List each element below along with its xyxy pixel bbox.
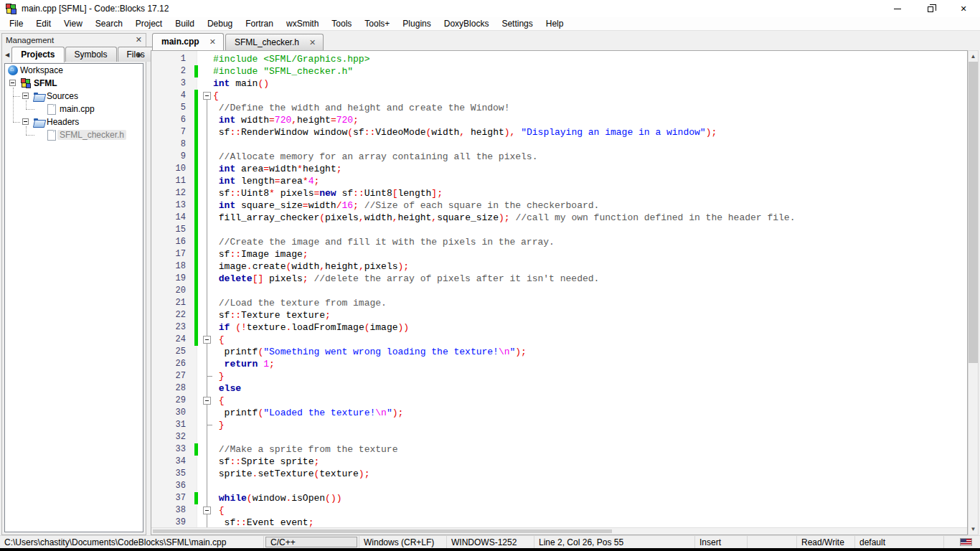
menu-project[interactable]: Project [129,17,169,31]
code-text: //Make a sprite from the texture [213,443,397,456]
scroll-up-icon[interactable]: ▲ [969,51,978,62]
management-tab-projects[interactable]: Projects [11,47,64,62]
code-line-1[interactable]: 1#include <SFML/Graphics.hpp> [151,53,967,65]
code-line-32[interactable]: 32 [151,431,967,443]
code-line-2[interactable]: 2#include "SFML_checker.h" [151,65,967,77]
collapse-icon[interactable] [9,80,16,86]
status-field-1[interactable]: C/C++ [263,536,359,548]
fold-margin [202,407,213,419]
code-line-6[interactable]: 6 int width=720,height=720; [151,114,967,126]
change-bar-margin [192,431,202,443]
line-number: 15 [151,224,192,236]
vertical-scrollbar[interactable]: ▲ ▼ [968,50,979,535]
menu-search[interactable]: Search [89,17,129,31]
fold-margin[interactable] [202,395,213,407]
code-line-8[interactable]: 8 [151,138,967,151]
code-line-26[interactable]: 26 return 1; [151,358,967,370]
minimize-button[interactable] [881,0,914,17]
tree-item-workspace[interactable]: Workspace [5,64,143,77]
code-line-11[interactable]: 11 int length=area*4; [151,175,967,187]
change-bar-green [194,334,198,346]
menu-wxsmith[interactable]: wxSmith [280,17,325,31]
code-line-22[interactable]: 22 sf::Texture texture; [151,309,967,321]
collapse-icon[interactable] [22,118,29,125]
code-line-3[interactable]: 3int main() [151,77,967,90]
code-line-20[interactable]: 20 [151,285,967,297]
hscroll-thumb[interactable] [153,529,612,533]
line-number: 23 [151,321,192,334]
code-editor[interactable]: 1#include <SFML/Graphics.hpp>2#include "… [151,50,968,535]
fold-margin[interactable] [202,90,213,102]
menu-edit[interactable]: Edit [29,17,57,31]
code-line-30[interactable]: 30 printf("Loaded the texture!\n"); [151,407,967,419]
menu-doxyblocks[interactable]: DoxyBlocks [438,17,496,31]
change-bar-green [194,175,198,187]
code-line-35[interactable]: 35 sprite.setTexture(texture); [151,468,967,480]
tab-close-icon[interactable]: ✕ [209,37,216,47]
horizontal-scrollbar[interactable] [151,527,967,534]
fold-line [207,175,207,187]
keyboard-layout-flag-icon [960,538,972,546]
code-line-29[interactable]: 29 { [151,395,967,407]
collapse-icon[interactable] [22,93,29,99]
code-line-14[interactable]: 14 fill_array_checker(pixels,width,heigh… [151,212,967,224]
menu-help[interactable]: Help [540,17,570,31]
scroll-down-icon[interactable]: ▼ [969,524,978,534]
menu-toolsplus[interactable]: Tools+ [358,17,396,31]
code-line-23[interactable]: 23 if (!texture.loadFromImage(image)) [151,321,967,334]
fold-margin [202,126,213,138]
editor-tab-sfml_checker-h[interactable]: SFML_checker.h✕ [225,34,324,50]
code-line-5[interactable]: 5 //Define the width and height and crea… [151,102,967,114]
code-line-36[interactable]: 36 [151,480,967,492]
code-line-18[interactable]: 18 image.create(width,height,pixels); [151,260,967,273]
tab-close-icon[interactable]: ✕ [309,38,316,47]
tree-item-sfml_checker-h[interactable]: SFML_checker.h [5,128,143,141]
management-close-icon[interactable]: ✕ [136,36,142,44]
tree-item-sfml[interactable]: SFML [5,77,143,90]
code-line-33[interactable]: 33 //Make a sprite from the texture [151,443,967,456]
code-line-7[interactable]: 7 sf::RenderWindow window(sf::VideoMode(… [151,126,967,138]
menu-settings[interactable]: Settings [495,17,539,31]
tree-item-sources[interactable]: Sources [5,90,143,103]
code-line-38[interactable]: 38 { [151,504,967,517]
code-line-9[interactable]: 9 //Allocate memory for an array contain… [151,151,967,163]
fold-margin[interactable] [202,504,213,517]
code-line-37[interactable]: 37 while(window.isOpen()) [151,492,967,504]
fold-margin[interactable] [202,334,213,346]
menu-tools[interactable]: Tools [325,17,358,31]
code-line-15[interactable]: 15 [151,224,967,236]
menu-fortran[interactable]: Fortran [239,17,280,31]
menu-plugins[interactable]: Plugins [396,17,437,31]
editor-tab-main-cpp[interactable]: main.cpp✕ [152,33,224,50]
vscroll-thumb[interactable] [969,62,978,363]
management-tab-symbols[interactable]: Symbols [65,47,117,62]
code-line-31[interactable]: 31 } [151,419,967,431]
code-line-19[interactable]: 19 delete[] pixels; //delete the array o… [151,273,967,285]
restore-button[interactable] [914,0,947,17]
tab-scroll-left-icon[interactable]: ◀ [4,52,11,62]
code-line-24[interactable]: 24 { [151,334,967,346]
code-line-34[interactable]: 34 sf::Sprite sprite; [151,456,967,468]
tree-item-headers[interactable]: Headers [5,116,143,128]
line-number: 12 [151,187,192,199]
code-line-13[interactable]: 13 int square_size=width/16; //Size of e… [151,199,967,212]
code-line-28[interactable]: 28 else [151,382,967,395]
tab-scroll-right-icon[interactable]: ▶ [136,52,144,62]
code-line-27[interactable]: 27 } [151,370,967,382]
close-button[interactable]: ✕ [947,0,980,17]
menu-view[interactable]: View [57,17,89,31]
code-line-4[interactable]: 4{ [151,90,967,102]
change-bar-margin [192,456,202,468]
code-line-12[interactable]: 12 sf::Uint8* pixels=new sf::Uint8[lengt… [151,187,967,199]
menu-debug[interactable]: Debug [201,17,239,31]
menu-file[interactable]: File [3,17,29,31]
code-line-17[interactable]: 17 sf::Image image; [151,248,967,260]
menu-build[interactable]: Build [169,17,201,31]
code-line-21[interactable]: 21 //Load the texture from image. [151,297,967,309]
code-line-25[interactable]: 25 printf("Something went wrong loading … [151,346,967,358]
tree-item-label: Sources [44,91,80,101]
code-line-10[interactable]: 10 int area=width*height; [151,163,967,175]
code-line-16[interactable]: 16 //Create the image and fill it with t… [151,236,967,248]
tree-item-main-cpp[interactable]: main.cpp [5,103,143,116]
fold-line [207,126,207,138]
